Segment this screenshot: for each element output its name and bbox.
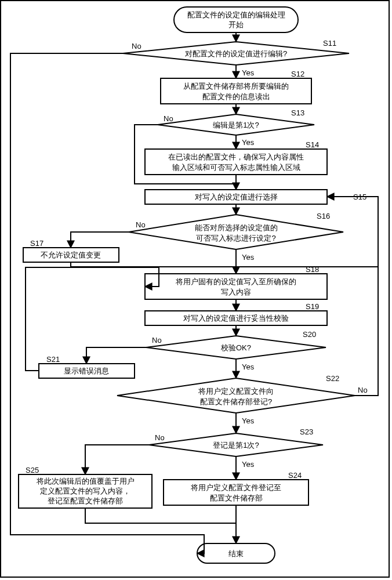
- svg-text:S13: S13: [291, 108, 304, 117]
- svg-text:S16: S16: [317, 212, 330, 220]
- svg-text:S11: S11: [323, 39, 336, 48]
- svg-text:从配置文件储存部将所要编辑的: 从配置文件储存部将所要编辑的: [183, 82, 289, 90]
- svg-text:S22: S22: [326, 374, 339, 383]
- start-text2: 开始: [228, 20, 244, 29]
- svg-text:S19: S19: [306, 302, 319, 311]
- svg-text:No: No: [155, 433, 165, 442]
- svg-text:编辑是第1次?: 编辑是第1次?: [213, 121, 259, 129]
- flowchart-svg: 配置文件的设定值的编辑处理 开始 对配置文件的设定值进行编辑? S11 Yes …: [1, 1, 391, 578]
- svg-text:Yes: Yes: [242, 460, 255, 469]
- svg-text:配置文件的信息读出: 配置文件的信息读出: [202, 92, 270, 101]
- svg-text:登记至配置文件储存部: 登记至配置文件储存部: [48, 496, 123, 505]
- svg-text:写入内容: 写入内容: [221, 288, 251, 296]
- svg-text:将用户定义配置文件向: 将用户定义配置文件向: [198, 387, 274, 396]
- svg-text:配置文件储存部登记?: 配置文件储存部登记?: [200, 397, 272, 406]
- svg-text:将用户固有的设定值写入至所确保的: 将用户固有的设定值写入至所确保的: [175, 277, 296, 286]
- svg-text:S24: S24: [288, 471, 302, 480]
- svg-text:结束: 结束: [228, 549, 244, 558]
- svg-text:S14: S14: [306, 140, 319, 149]
- svg-text:校验OK?: 校验OK?: [220, 343, 251, 352]
- svg-text:No: No: [132, 42, 141, 50]
- svg-text:不允许设定值变更: 不允许设定值变更: [41, 251, 101, 259]
- svg-text:S23: S23: [300, 427, 313, 436]
- svg-text:对写入的设定值进行选择: 对写入的设定值进行选择: [195, 193, 278, 201]
- svg-text:能否对所选择的设定值的: 能否对所选择的设定值的: [195, 223, 278, 232]
- svg-text:定义配置文件的写入内容，: 定义配置文件的写入内容，: [40, 487, 130, 495]
- svg-text:S12: S12: [291, 70, 304, 78]
- svg-text:对写入的设定值进行妥当性校验: 对写入的设定值进行妥当性校验: [183, 314, 289, 322]
- node-start: 配置文件的设定值的编辑处理 开始: [174, 7, 298, 32]
- svg-text:Yes: Yes: [242, 68, 255, 77]
- svg-text:Yes: Yes: [242, 362, 255, 371]
- svg-text:No: No: [164, 114, 173, 123]
- svg-text:在已读出的配置文件，确保写入内容属性: 在已读出的配置文件，确保写入内容属性: [168, 153, 304, 161]
- svg-text:S17: S17: [30, 239, 43, 248]
- svg-text:可否写入标志进行设定?: 可否写入标志进行设定?: [196, 234, 275, 242]
- svg-text:Yes: Yes: [242, 416, 255, 425]
- svg-text:S21: S21: [46, 355, 60, 364]
- svg-text:将此次编辑后的值覆盖于用户: 将此次编辑后的值覆盖于用户: [36, 477, 135, 485]
- node-end: 结束: [197, 543, 275, 563]
- svg-text:登记是第1次?: 登记是第1次?: [213, 441, 259, 449]
- svg-text:S25: S25: [26, 466, 39, 474]
- svg-text:No: No: [358, 386, 368, 394]
- svg-text:S20: S20: [303, 330, 316, 339]
- svg-text:显示错误消息: 显示错误消息: [64, 367, 109, 375]
- svg-text:No: No: [136, 220, 146, 229]
- svg-text:对配置文件的设定值进行编辑?: 对配置文件的设定值进行编辑?: [185, 49, 287, 58]
- svg-text:Yes: Yes: [242, 138, 255, 147]
- node-s22: 将用户定义配置文件向 配置文件储存部登记? S22 Yes No: [117, 374, 368, 425]
- svg-text:将用户定义配置文件登记至: 将用户定义配置文件登记至: [190, 483, 281, 492]
- svg-text:输入区域和可否写入标志属性输入区域: 输入区域和可否写入标志属性输入区域: [172, 163, 300, 172]
- svg-text:Yes: Yes: [242, 253, 255, 262]
- start-text: 配置文件的设定值的编辑处理: [187, 10, 285, 19]
- flowchart-container: 配置文件的设定值的编辑处理 开始 对配置文件的设定值进行编辑? S11 Yes …: [0, 0, 390, 578]
- svg-text:配置文件储存部: 配置文件储存部: [210, 494, 263, 502]
- svg-text:No: No: [152, 336, 162, 345]
